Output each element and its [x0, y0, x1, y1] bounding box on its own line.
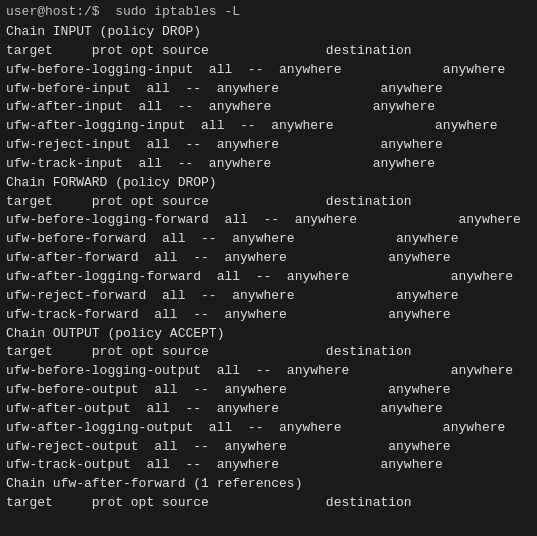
- terminal-line: ufw-before-input all -- anywhere anywher…: [6, 80, 531, 99]
- terminal-line: ufw-after-logging-forward all -- anywher…: [6, 268, 531, 287]
- terminal-line: Chain INPUT (policy DROP): [6, 23, 531, 42]
- terminal-line: target prot opt source destination: [6, 343, 531, 362]
- terminal-line: ufw-reject-output all -- anywhere anywhe…: [6, 438, 531, 457]
- terminal-line: ufw-before-logging-input all -- anywhere…: [6, 61, 531, 80]
- terminal-line: ufw-reject-forward all -- anywhere anywh…: [6, 287, 531, 306]
- terminal-line: ufw-after-output all -- anywhere anywher…: [6, 400, 531, 419]
- terminal-line: ufw-track-input all -- anywhere anywhere: [6, 155, 531, 174]
- terminal-line: ufw-after-logging-output all -- anywhere…: [6, 419, 531, 438]
- terminal-line: ufw-reject-input all -- anywhere anywher…: [6, 136, 531, 155]
- terminal-window: user@host:/$ sudo iptables -L Chain INPU…: [0, 0, 537, 536]
- terminal-line: target prot opt source destination: [6, 42, 531, 61]
- terminal-output: Chain INPUT (policy DROP)target prot opt…: [6, 23, 531, 513]
- terminal-line: ufw-before-logging-output all -- anywher…: [6, 362, 531, 381]
- terminal-line: Chain ufw-after-forward (1 references): [6, 475, 531, 494]
- terminal-line: ufw-before-forward all -- anywhere anywh…: [6, 230, 531, 249]
- terminal-line: ufw-track-output all -- anywhere anywher…: [6, 456, 531, 475]
- terminal-line: target prot opt source destination: [6, 193, 531, 212]
- terminal-line: ufw-after-logging-input all -- anywhere …: [6, 117, 531, 136]
- terminal-line: ufw-track-forward all -- anywhere anywhe…: [6, 306, 531, 325]
- terminal-title: user@host:/$ sudo iptables -L: [6, 4, 531, 19]
- terminal-line: ufw-before-output all -- anywhere anywhe…: [6, 381, 531, 400]
- terminal-line: target prot opt source destination: [6, 494, 531, 513]
- terminal-line: Chain FORWARD (policy DROP): [6, 174, 531, 193]
- terminal-line: Chain OUTPUT (policy ACCEPT): [6, 325, 531, 344]
- terminal-line: ufw-after-forward all -- anywhere anywhe…: [6, 249, 531, 268]
- terminal-line: ufw-after-input all -- anywhere anywhere: [6, 98, 531, 117]
- terminal-line: ufw-before-logging-forward all -- anywhe…: [6, 211, 531, 230]
